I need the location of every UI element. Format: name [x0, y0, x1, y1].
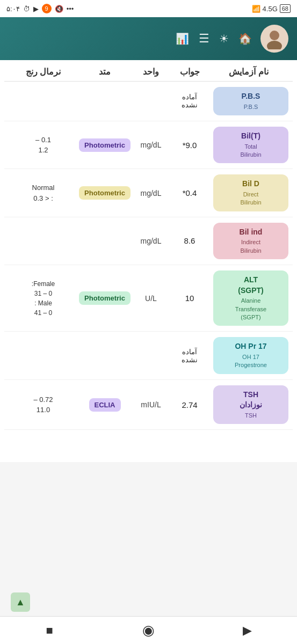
table-row: 17 OH Pr 17 OHProgestrone آمادهنشده [4, 332, 293, 379]
test-results-table: نام آزمایش جواب واحد متد نرمال رنج P.B.S… [0, 60, 297, 462]
cell-unit: mg/dL [132, 237, 170, 245]
cell-method: Photometric [78, 186, 132, 200]
cell-normal: Normal: < 0.3 [9, 182, 78, 203]
cell-unit: mg/dL [132, 141, 170, 149]
test-name: Bil(T) [216, 131, 285, 142]
cell-answer: 10 [170, 294, 209, 303]
cell-unit: mIU/L [132, 400, 170, 409]
cell-normal: 0.72 –11.0 [9, 394, 78, 415]
test-sub: TSH [216, 412, 285, 420]
method-badge: Photometric [79, 186, 131, 200]
test-name: P.B.S [216, 91, 285, 102]
home-icon[interactable]: 🏠 [238, 32, 252, 45]
cell-method: Photometric [78, 291, 132, 305]
cell-answer: آمادهنشده [170, 348, 209, 364]
test-sub: AlanineTransferase(SGPT) [216, 297, 285, 321]
status-bar: 68 4.5G 📶 ••• 🔇 9 ▶ ⏱ ۵:۰۴ [0, 0, 297, 17]
test-sub: 17 OHProgestrone [216, 353, 285, 370]
cell-unit: U/L [132, 294, 170, 303]
column-headers: نام آزمایش جواب واحد متد نرمال رنج [4, 60, 293, 82]
play-icon: ▶ [243, 624, 252, 638]
svg-point-1 [267, 41, 282, 49]
test-sub: IndirectBilirubin [216, 238, 285, 255]
col-header-method: متد [78, 67, 132, 77]
scroll-to-top-button[interactable]: ▲ [11, 592, 30, 612]
method-badge: ECLIA [89, 398, 121, 412]
cell-answer: 2.74 [170, 400, 209, 409]
table-row: TSHنوزادان TSH 2.74 mIU/L ECLIA 0.72 –11… [4, 380, 293, 430]
nav-home-button[interactable]: ◉ [138, 620, 160, 641]
time-display: ۵:۰۴ [6, 5, 20, 13]
cell-answer: 8.6 [170, 236, 209, 245]
table-row: Bil(T) TotalBilirubin 9.0* mg/dL Photome… [4, 121, 293, 169]
method-badge: Photometric [79, 291, 131, 305]
table-row: Bil D DirectBilirubin 0.4* mg/dL Photome… [4, 169, 293, 217]
test-sub: TotalBilirubin [216, 143, 285, 159]
col-header-normal: نرمال رنج [9, 67, 78, 77]
test-badge-17ohpr: 17 OH Pr 17 OHProgestrone [213, 337, 288, 374]
cell-method: ECLIA [78, 398, 132, 412]
table-row: ALT(SGPT) AlanineTransferase(SGPT) 10 U/… [4, 265, 293, 332]
cell-normal: 0.1 –1.2 [9, 135, 78, 156]
play-status-icon: ▶ [33, 5, 39, 13]
test-name: TSHنوزادان [216, 390, 285, 411]
header: 🏠 ☀ ☰ 📊 [0, 17, 297, 60]
brightness-icon[interactable]: ☀ [219, 32, 229, 45]
col-header-name: نام آزمایش [209, 67, 288, 77]
table-row: Bil ind IndirectBilirubin 8.6 mg/dL [4, 217, 293, 265]
test-badge-bild: Bil D DirectBilirubin [213, 174, 288, 211]
cell-answer: 0.4* [170, 188, 209, 197]
network-type: 4.5G [263, 5, 278, 13]
status-left: 68 4.5G 📶 [252, 4, 291, 13]
nav-stop-button[interactable]: ■ [39, 620, 60, 641]
cell-answer: آمادهنشده [170, 93, 209, 109]
cell-normal: Female:0 – 31Male :0 – 41 [9, 279, 78, 318]
battery-indicator: 68 [280, 4, 291, 13]
test-name: 17 OH Pr [216, 341, 285, 352]
cell-answer: 9.0* [170, 141, 209, 150]
menu-icon[interactable]: ☰ [199, 32, 209, 46]
avatar [260, 25, 288, 53]
chart-icon[interactable]: 📊 [176, 32, 189, 45]
status-right: ••• 🔇 9 ▶ ⏱ ۵:۰۴ [6, 4, 74, 13]
header-icons: 🏠 ☀ ☰ 📊 [9, 32, 252, 46]
test-badge-tsh: TSHنوزادان TSH [213, 385, 288, 425]
test-name: ALT(SGPT) [216, 275, 285, 296]
cell-method: Photometric [78, 138, 132, 152]
test-badge-bilind: Bil ind IndirectBilirubin [213, 223, 288, 259]
cell-unit: mg/dL [132, 189, 170, 197]
signal-icon: 📶 [252, 5, 260, 13]
stop-icon: ■ [46, 624, 53, 638]
svg-point-0 [270, 31, 279, 40]
col-header-unit: واحد [132, 67, 170, 77]
method-badge: Photometric [79, 138, 131, 152]
clock-icon: ⏱ [23, 5, 30, 13]
test-badge-bilt: Bil(T) TotalBilirubin [213, 127, 288, 163]
test-badge-pbs: P.B.S P.B.S [213, 87, 288, 115]
col-header-answer: جواب [170, 67, 209, 77]
bottom-navigation: ▶ ◉ ■ [0, 616, 297, 644]
test-sub: DirectBilirubin [216, 191, 285, 207]
mute-icon: 🔇 [55, 5, 63, 13]
test-sub: P.B.S [216, 103, 285, 111]
test-name: Bil D [216, 179, 285, 189]
nav-play-button[interactable]: ▶ [237, 620, 258, 641]
circle-icon: ◉ [142, 622, 155, 639]
battery-level: 68 [282, 5, 288, 12]
table-row: P.B.S P.B.S آمادهنشده [4, 82, 293, 121]
notification-badge: 9 [42, 4, 52, 13]
dots-icon: ••• [67, 5, 74, 13]
test-name: Bil ind [216, 227, 285, 238]
test-badge-alt: ALT(SGPT) AlanineTransferase(SGPT) [213, 270, 288, 326]
